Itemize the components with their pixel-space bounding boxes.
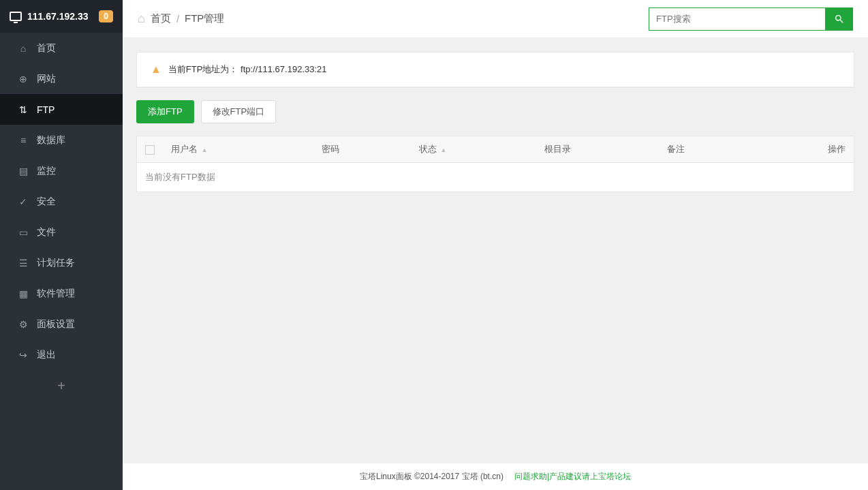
col-action: 操作	[756, 136, 854, 163]
footer: 宝塔Linux面板 ©2014-2017 宝塔 (bt.cn) 问题求助|产品建…	[123, 463, 868, 490]
alert-url: ftp://111.67.192.33:21	[241, 64, 327, 74]
globe-icon: ⊕	[18, 74, 29, 85]
sidebar-item-label: 监控	[37, 165, 56, 177]
footer-link[interactable]: 问题求助|产品建议请上宝塔论坛	[514, 471, 631, 483]
sidebar-item-label: 网站	[37, 73, 56, 85]
folder-icon: ▭	[18, 227, 29, 238]
sidebar-item-ftp[interactable]: ⇅FTP	[0, 94, 123, 125]
sidebar-item-security[interactable]: ✓安全	[0, 186, 123, 217]
sidebar-item-label: 文件	[37, 226, 56, 239]
copyright: 宝塔Linux面板 ©2014-2017 宝塔 (bt.cn)	[360, 471, 503, 483]
warning-icon: ▲	[151, 63, 161, 76]
table-empty-row: 当前没有FTP数据	[137, 163, 854, 192]
breadcrumb-home[interactable]: 首页	[151, 12, 171, 25]
search-icon	[834, 14, 845, 25]
breadcrumb-separator: /	[176, 13, 179, 25]
ftp-icon: ⇅	[18, 104, 29, 115]
modify-port-button[interactable]: 修改FTP端口	[201, 100, 277, 123]
button-row: 添加FTP 修改FTP端口	[136, 88, 854, 136]
sidebar-item-label: 首页	[37, 42, 56, 55]
home-icon: ⌂	[138, 12, 145, 26]
topbar: ⌂ 首页 / FTP管理	[123, 0, 868, 38]
sidebar-header: 111.67.192.33 0	[0, 0, 123, 33]
sidebar-item-settings[interactable]: ⚙面板设置	[0, 309, 123, 339]
empty-message: 当前没有FTP数据	[137, 163, 854, 192]
col-user[interactable]: 用户名 ▲	[163, 136, 313, 163]
search-button[interactable]	[826, 7, 853, 31]
col-pass: 密码	[313, 136, 411, 163]
sidebar-item-home[interactable]: ⌂首页	[0, 33, 123, 63]
search-container	[649, 7, 853, 31]
alert-text: 当前FTP地址为： ftp://111.67.192.33:21	[168, 63, 327, 76]
sidebar: 111.67.192.33 0 ⌂首页 ⊕网站 ⇅FTP ≡数据库 ▤监控 ✓安…	[0, 0, 123, 490]
sidebar-item-files[interactable]: ▭文件	[0, 217, 123, 247]
sidebar-item-label: 数据库	[37, 134, 65, 147]
sidebar-item-software[interactable]: ▦软件管理	[0, 278, 123, 309]
add-ftp-button[interactable]: 添加FTP	[136, 100, 194, 123]
breadcrumb-current: FTP管理	[185, 12, 224, 25]
sidebar-item-label: 软件管理	[37, 288, 75, 300]
logout-icon: ↪	[18, 350, 29, 361]
sidebar-item-label: 退出	[37, 349, 56, 361]
sidebar-item-label: FTP	[37, 104, 55, 115]
sidebar-menu: ⌂首页 ⊕网站 ⇅FTP ≡数据库 ▤监控 ✓安全 ▭文件 ☰计划任务 ▦软件管…	[0, 33, 123, 370]
search-input[interactable]	[649, 7, 826, 31]
sidebar-item-logout[interactable]: ↪退出	[0, 339, 123, 370]
select-all-checkbox[interactable]	[145, 145, 155, 155]
main-area: ⌂ 首页 / FTP管理 ▲ 当前FTP地址为： ftp://111.67.19…	[123, 0, 868, 490]
col-note: 备注	[659, 136, 756, 163]
monitor-icon	[10, 12, 22, 21]
breadcrumb: ⌂ 首页 / FTP管理	[138, 12, 224, 26]
alert-prefix: 当前FTP地址为：	[168, 64, 238, 74]
home-icon: ⌂	[18, 43, 29, 54]
content: ▲ 当前FTP地址为： ftp://111.67.192.33:21 添加FTP…	[123, 38, 868, 463]
database-icon: ≡	[18, 135, 29, 146]
notification-badge[interactable]: 0	[99, 10, 113, 22]
server-ip: 111.67.192.33	[27, 11, 99, 22]
gear-icon: ⚙	[18, 319, 29, 330]
ftp-address-alert: ▲ 当前FTP地址为： ftp://111.67.192.33:21	[137, 52, 854, 87]
col-status[interactable]: 状态 ▲	[411, 136, 536, 163]
sidebar-item-label: 计划任务	[37, 257, 75, 269]
calendar-icon: ☰	[18, 258, 29, 269]
col-root: 根目录	[536, 136, 659, 163]
sidebar-add-button[interactable]: +	[0, 370, 123, 402]
shield-icon: ✓	[18, 196, 29, 207]
alert-panel: ▲ 当前FTP地址为： ftp://111.67.192.33:21	[136, 52, 854, 88]
sidebar-item-label: 安全	[37, 196, 56, 208]
chart-icon: ▤	[18, 166, 29, 177]
sidebar-item-database[interactable]: ≡数据库	[0, 125, 123, 155]
sidebar-item-cron[interactable]: ☰计划任务	[0, 247, 123, 278]
sort-icon: ▲	[441, 147, 447, 153]
sidebar-item-label: 面板设置	[37, 318, 75, 331]
sort-icon: ▲	[202, 147, 208, 153]
grid-icon: ▦	[18, 288, 29, 299]
ftp-table: 用户名 ▲ 密码 状态 ▲ 根目录 备注 操作 当前没有FTP数据	[136, 136, 854, 192]
sidebar-item-website[interactable]: ⊕网站	[0, 63, 123, 94]
sidebar-item-monitor[interactable]: ▤监控	[0, 155, 123, 186]
